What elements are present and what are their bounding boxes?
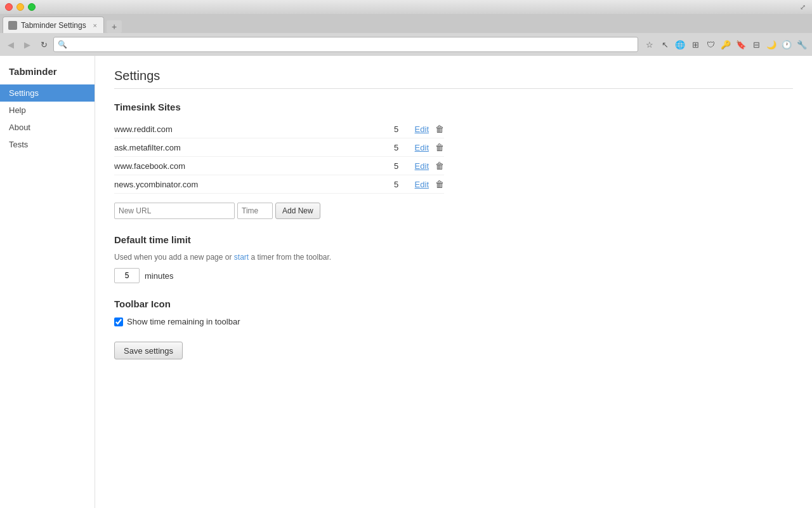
minimize-window-btn[interactable] [16,3,24,11]
checkbox-row: Show time remaining in toolbar [114,317,793,326]
key-icon[interactable]: 🔑 [719,38,732,51]
layers-icon[interactable]: ⊟ [750,38,763,51]
resize-icon[interactable]: ⤢ [798,3,807,11]
timesink-section-title: Timesink Sites [114,102,793,112]
site-time: 5 [387,161,406,171]
site-url: www.facebook.com [114,161,382,171]
page: Tabminder Settings Help About Tests Sett… [0,56,812,508]
tab-favicon [8,21,17,30]
site-time: 5 [387,180,406,189]
minutes-row: minutes [114,268,793,283]
site-url: www.reddit.com [114,124,382,134]
site-delete-btn[interactable]: 🗑 [435,142,444,152]
minutes-input[interactable] [114,268,140,283]
sidebar-item-help[interactable]: Help [0,102,95,119]
default-time-section-title: Default time limit [114,234,793,245]
checkbox-label: Show time remaining in toolbar [127,317,240,326]
main-content: Settings Timesink Sites www.reddit.com 5… [95,56,812,508]
pointer-tool-icon[interactable]: ↖ [658,38,671,51]
address-bar[interactable]: 🔍 [53,37,638,52]
active-tab[interactable]: Tabminder Settings × [3,17,104,33]
clock-icon[interactable]: 🕐 [780,38,793,51]
moon-icon[interactable]: 🌙 [765,38,778,51]
shield-icon[interactable]: 🛡 [704,38,717,51]
show-time-checkbox[interactable] [114,318,123,326]
tab-close-btn[interactable]: × [92,22,98,29]
tab-bar: Tabminder Settings × + [0,14,812,33]
new-time-input[interactable] [237,203,273,219]
site-time: 5 [387,124,406,134]
table-row: www.facebook.com 5 Edit 🗑 [114,157,444,175]
add-row: Add New [114,203,793,219]
new-url-input[interactable] [114,203,235,219]
toolbar-icon-section-title: Toolbar Icon [114,298,793,309]
sidebar: Tabminder Settings Help About Tests [0,56,95,508]
sites-table: www.reddit.com 5 Edit 🗑 ask.metafilter.c… [114,120,444,194]
extension-icon[interactable]: ⊞ [689,38,702,51]
tools-icon[interactable]: 🔧 [796,38,808,51]
minutes-label: minutes [145,271,174,281]
site-edit-btn[interactable]: Edit [415,161,429,171]
globe-icon[interactable]: 🌐 [674,38,686,51]
toolbar-icons: ☆ ↖ 🌐 ⊞ 🛡 🔑 🔖 ⊟ 🌙 🕐 🔧 [643,38,808,51]
site-delete-btn[interactable]: 🗑 [435,161,444,171]
page-title: Settings [114,69,793,89]
add-new-button[interactable]: Add New [275,203,320,219]
site-edit-btn[interactable]: Edit [415,180,429,189]
table-row: ask.metafilter.com 5 Edit 🗑 [114,138,444,157]
table-row: www.reddit.com 5 Edit 🗑 [114,120,444,138]
window-controls [5,3,36,11]
forward-btn[interactable]: ▶ [20,37,34,51]
new-tab-btn[interactable]: + [107,20,122,33]
maximize-window-btn[interactable] [28,3,36,11]
bookmark-icon[interactable]: 🔖 [735,38,747,51]
sidebar-item-about[interactable]: About [0,119,95,136]
nav-bar: ◀ ▶ ↻ 🔍 ☆ ↖ 🌐 ⊞ 🛡 🔑 🔖 ⊟ 🌙 🕐 🔧 [0,33,812,56]
default-time-subtitle: Used when you add a new page or start a … [114,253,793,262]
back-btn[interactable]: ◀ [4,37,18,51]
site-url: ask.metafilter.com [114,143,382,152]
table-row: news.ycombinator.com 5 Edit 🗑 [114,175,444,194]
site-time: 5 [387,143,406,152]
reload-btn[interactable]: ↻ [37,37,51,51]
site-edit-btn[interactable]: Edit [415,143,429,152]
bookmark-star-icon[interactable]: ☆ [643,38,656,51]
save-settings-button[interactable]: Save settings [114,342,183,359]
site-delete-btn[interactable]: 🗑 [435,124,444,134]
tab-title: Tabminder Settings [21,21,88,30]
close-window-btn[interactable] [5,3,13,11]
site-url: news.ycombinator.com [114,180,382,189]
title-bar: ⤢ [0,0,812,14]
site-edit-btn[interactable]: Edit [415,124,429,134]
site-delete-btn[interactable]: 🗑 [435,179,444,189]
sidebar-item-tests[interactable]: Tests [0,136,95,153]
app-title: Tabminder [0,66,95,84]
sidebar-item-settings[interactable]: Settings [0,84,95,102]
